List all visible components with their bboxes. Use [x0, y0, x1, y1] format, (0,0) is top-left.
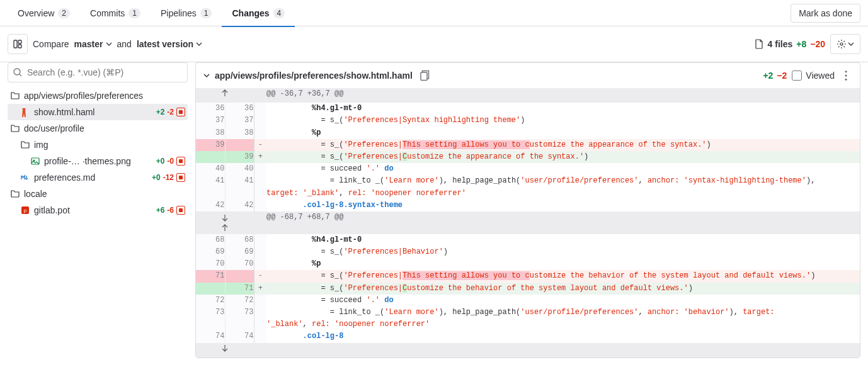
tab-label: Overview [18, 8, 54, 18]
file-additions: +2 [763, 70, 773, 81]
svg-rect-9 [421, 72, 427, 81]
collapse-icon[interactable] [203, 72, 210, 79]
compare-label: Compare [33, 39, 69, 49]
diff-line-addition[interactable]: 39+ = s_('Preferences|Customize the appe… [196, 151, 860, 163]
diff-line[interactable]: 7070 %p [196, 258, 860, 270]
search-icon [13, 67, 23, 77]
search-input[interactable] [8, 62, 188, 82]
diff-line[interactable]: 7474 .col-lg-8 [196, 330, 860, 342]
tree-file[interactable]: preferences.md +0 -12 [8, 169, 188, 186]
tab-badge: 1 [128, 8, 140, 18]
tree-folder[interactable]: img [8, 137, 188, 153]
file-path: app/views/profiles/preferences/show.html… [215, 70, 413, 81]
markdown-file-icon [20, 172, 30, 183]
gear-icon [837, 39, 847, 49]
diff-line[interactable]: 4040 = succeed '.' do [196, 163, 860, 175]
diff-stats: 4 files +8 −20 [754, 39, 825, 49]
comment-indicator-icon [176, 157, 185, 166]
copy-path-button[interactable] [418, 69, 430, 82]
folder-name: img [34, 140, 185, 150]
comment-indicator-icon [176, 108, 185, 116]
folder-icon [20, 140, 30, 150]
file-deletions: −2 [777, 70, 787, 81]
diff-line-deletion[interactable]: 39- = s_('Preferences|This setting allow… [196, 139, 860, 151]
folder-icon [10, 91, 20, 101]
base-branch-dropdown[interactable]: master [74, 39, 112, 49]
branch-name: master [74, 39, 103, 49]
expand-down-icon [220, 213, 230, 223]
tab-badge: 1 [200, 8, 212, 18]
tree-folder[interactable]: locale [8, 186, 188, 202]
viewed-checkbox[interactable]: Viewed [792, 70, 835, 81]
folder-name: locale [24, 189, 185, 199]
tab-label: Commits [90, 8, 125, 18]
diff-line-deletion[interactable]: 71- = s_('Preferences|This setting allow… [196, 270, 860, 282]
target-version-dropdown[interactable]: latest version [137, 39, 202, 49]
viewed-label: Viewed [806, 70, 835, 81]
mark-as-done-button[interactable]: Mark as done [791, 4, 860, 23]
diff-line[interactable]: 4242 .col-lg-8.syntax-theme [196, 200, 860, 211]
expand-down-button[interactable] [196, 343, 254, 358]
tab-badge: 4 [273, 8, 285, 18]
tab-changes[interactable]: Changes 4 [222, 0, 295, 26]
expand-buttons[interactable] [196, 211, 254, 234]
diff-hunk-header: @@ -36,7 +36,7 @@ [196, 88, 860, 103]
diff-hunk-header: @@ -68,7 +68,7 @@ [196, 211, 860, 234]
tab-overview[interactable]: Overview 2 [8, 0, 80, 26]
tab-pipelines[interactable]: Pipelines 1 [151, 0, 222, 26]
expand-up-icon [220, 223, 230, 233]
file-tree-toggle-button[interactable] [8, 34, 28, 54]
file-count: 4 files [768, 39, 793, 49]
diff-line[interactable]: 4141 = link_to _('Learn more'), help_pag… [196, 175, 860, 199]
file-search [8, 62, 188, 82]
diff-file-header: app/views/profiles/preferences/show.html… [196, 63, 860, 88]
file-stats: +0 -0 [156, 157, 185, 166]
chevron-down-icon [106, 41, 112, 47]
image-file-icon [30, 156, 40, 166]
diff-line[interactable]: 6868 %h4.gl-mt-0 [196, 234, 860, 246]
diff-panel: app/views/profiles/preferences/show.html… [195, 62, 860, 358]
diff-line[interactable]: 3636 %h4.gl-mt-0 [196, 103, 860, 115]
expand-up-button[interactable] [196, 88, 254, 103]
file-menu-button[interactable] [840, 69, 852, 82]
diff-toolbar: Compare master and latest version 4 file… [0, 26, 868, 62]
diff-line[interactable]: 3737 = s_('Preferences|Syntax highlighti… [196, 115, 860, 127]
file-tree-sidebar: app/views/profiles/preferences show.html… [0, 62, 195, 358]
additions-count: +8 [796, 39, 806, 49]
svg-point-4 [14, 69, 20, 75]
tree-file[interactable]: p gitlab.pot +6 -6 [8, 202, 188, 218]
folder-icon [10, 123, 20, 133]
svg-rect-1 [18, 40, 21, 43]
tree-file[interactable]: profile-… ·themes.png +0 -0 [8, 153, 188, 169]
tree-icon [13, 39, 23, 49]
folder-name: doc/user/profile [24, 123, 185, 133]
tree-file[interactable]: show.html.haml +2 -2 [8, 104, 188, 120]
tab-label: Changes [232, 8, 269, 18]
diff-line[interactable]: 3838 %p [196, 127, 860, 139]
diff-line[interactable]: 7272 = succeed '.' do [196, 295, 860, 307]
file-name: preferences.md [34, 172, 148, 183]
main-area: app/views/profiles/preferences show.html… [0, 62, 868, 358]
tab-badge: 2 [58, 8, 70, 18]
diff-line[interactable]: 7373 = link_to _('Learn more'), help_pag… [196, 307, 860, 330]
diff-line-addition[interactable]: 71+ = s_('Preferences|Customize the beha… [196, 283, 860, 295]
file-name: profile-… ·themes.png [44, 156, 152, 166]
file-stats: +0 -12 [152, 173, 185, 182]
tab-commits[interactable]: Commits 1 [80, 0, 151, 26]
tree-folder[interactable]: app/views/profiles/preferences [8, 87, 188, 104]
diff-line[interactable]: 6969 = s_('Preferences|Behavior') [196, 246, 860, 258]
chevron-down-icon [196, 41, 202, 47]
file-name: show.html.haml [34, 107, 152, 117]
folder-icon [10, 189, 20, 199]
and-label: and [117, 39, 132, 49]
viewed-checkbox-input[interactable] [792, 70, 802, 81]
tree-folder[interactable]: doc/user/profile [8, 120, 188, 137]
expand-up-icon [220, 88, 230, 98]
folder-name: app/views/profiles/preferences [24, 91, 185, 101]
svg-point-11 [845, 74, 847, 76]
settings-dropdown-button[interactable] [830, 34, 860, 54]
file-icon [754, 39, 764, 49]
deletions-count: −20 [810, 39, 825, 49]
expand-down-icon [220, 343, 230, 353]
comment-indicator-icon [176, 173, 185, 182]
